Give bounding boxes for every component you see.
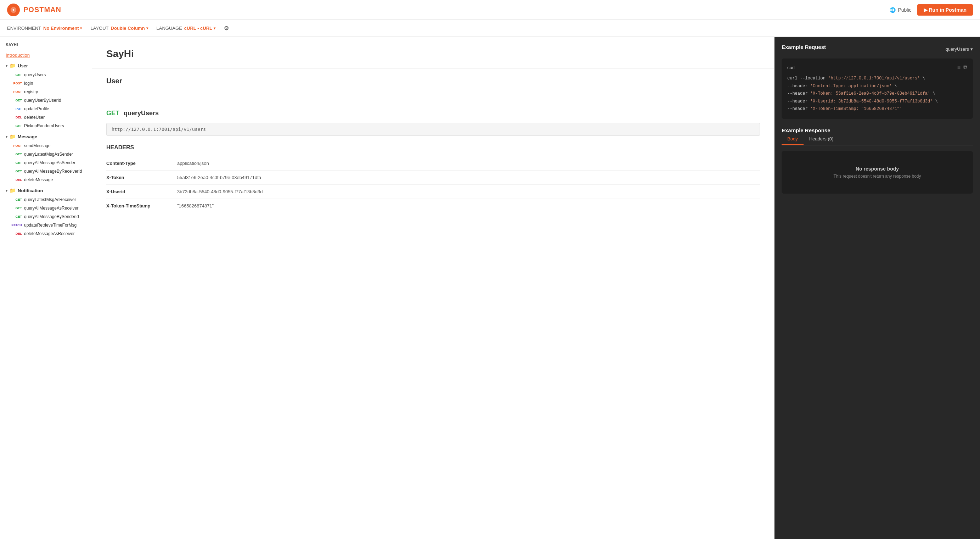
sidebar-item-queryallmessagebysenderid[interactable]: GET queryAllMessageBySenderId	[11, 212, 92, 221]
language-value[interactable]: cURL - cURL ▾	[184, 26, 215, 31]
sidebar-item-queryuserbyuserid[interactable]: GET queryUserByUserId	[11, 96, 92, 105]
layout-selector[interactable]: LAYOUT Double Column ▾	[90, 26, 148, 31]
sidebar-section-message-label: Message	[18, 134, 37, 139]
sidebar-section-notification: ▾ 📁 Notification GET queryLatestMsgAsRec…	[0, 185, 92, 238]
chevron-down-icon: ▾	[80, 26, 82, 30]
method-badge-get: GET	[11, 73, 22, 77]
table-row: X-Token 55af31e6-2ea0-4c0f-b79e-03eb4917…	[106, 171, 760, 185]
response-body: No response body This request doesn't re…	[781, 151, 973, 194]
sidebar-section-message: ▾ 📁 Message POST sendMessage GET queryLa…	[0, 132, 92, 184]
method-badge-get: GET	[11, 124, 22, 128]
no-response-subtitle: This request doesn't return any response…	[833, 174, 921, 179]
tab-body[interactable]: Body	[781, 133, 803, 145]
public-label: Public	[898, 7, 911, 13]
headers-table: Content-Type application/json X-Token 55…	[106, 156, 760, 213]
sidebar-item-introduction[interactable]: Introduction	[0, 51, 92, 61]
sidebar-section-user-header[interactable]: ▾ 📁 User	[0, 61, 92, 70]
method-badge-get: GET	[11, 169, 22, 173]
globe-icon: 🌐	[890, 7, 896, 13]
sidebar-item-deletemessage[interactable]: DEL deleteMessage	[11, 175, 92, 184]
method-badge-post: POST	[11, 81, 22, 85]
endpoint-method: GET	[106, 110, 119, 117]
code-block-header: curl ≡ ⧉	[787, 64, 967, 70]
sidebar-item-label: queryAllMessageBySenderId	[24, 214, 79, 219]
language-label: LANGUAGE	[157, 26, 182, 31]
method-badge-get: GET	[11, 161, 22, 164]
table-row: X-Userid 3b72db8a-5540-48d0-9055-f77af13…	[106, 185, 760, 199]
code-actions: ≡ ⧉	[957, 64, 967, 70]
run-in-postman-button[interactable]: ▶ Run in Postman	[917, 4, 973, 16]
content-area: SayHi User GET queryUsers http://127.0.0…	[92, 37, 775, 539]
method-badge-del: DEL	[11, 178, 22, 182]
environment-selector[interactable]: ENVIRONMENT No Environment ▾	[7, 26, 82, 31]
user-section-title: User	[106, 77, 760, 85]
content-header: SayHi	[92, 37, 774, 69]
header-value: application/json	[177, 156, 760, 171]
sidebar-item-label: deleteMessageAsReceiver	[24, 231, 75, 236]
sidebar-item-pickuprandomusers[interactable]: GET PickupRandomUsers	[11, 122, 92, 130]
sidebar-section-message-header[interactable]: ▾ 📁 Message	[0, 132, 92, 142]
sidebar-item-login[interactable]: POST login	[11, 79, 92, 88]
example-response-title: Example Response	[781, 127, 830, 133]
header-key: Content-Type	[106, 156, 177, 171]
language-selector[interactable]: LANGUAGE cURL - cURL ▾	[157, 26, 215, 31]
sidebar-item-queryallmessageassender[interactable]: GET queryAllMessageAsSender	[11, 158, 92, 167]
header-value: 3b72db8a-5540-48d0-9055-f77af13b8d3d	[177, 185, 760, 199]
sidebar-item-querylatestmsgasreceiver[interactable]: GET queryLatestMsgAsReceiver	[11, 195, 92, 204]
method-badge-get: GET	[11, 198, 22, 201]
public-indicator: 🌐 Public	[890, 7, 911, 13]
header-key: X-Token-TimeStamp	[106, 199, 177, 213]
method-badge-patch: PATCH	[11, 223, 22, 227]
header-value: "1665826874871"	[177, 199, 760, 213]
toolbar: ENVIRONMENT No Environment ▾ LAYOUT Doub…	[0, 20, 980, 37]
sidebar-message-items: POST sendMessage GET queryLatestMsgAsSen…	[0, 142, 92, 184]
sidebar-item-label: queryLatestMsgAsSender	[24, 152, 73, 157]
table-row: X-Token-TimeStamp "1665826874871"	[106, 199, 760, 213]
code-language-label: curl	[787, 65, 795, 70]
sidebar-item-updateretrievetimeformsg[interactable]: PATCH updateRetrieveTimeForMsg	[11, 221, 92, 230]
curl-code-content: curl --location 'http://127.0.0.1:7001/a…	[787, 75, 967, 113]
sidebar-item-deleteuser[interactable]: DEL deleteUser	[11, 113, 92, 122]
sidebar-item-registry[interactable]: POST registry	[11, 88, 92, 96]
chevron-down-icon: ▾	[6, 189, 8, 193]
sidebar-item-deletemessageasreceiver[interactable]: DEL deleteMessageAsReceiver	[11, 230, 92, 238]
example-selector[interactable]: queryUsers ▾	[946, 46, 973, 52]
sidebar-item-querylatestmsgassender[interactable]: GET queryLatestMsgAsSender	[11, 150, 92, 158]
environment-label: ENVIRONMENT	[7, 26, 41, 31]
layout-value[interactable]: Double Column ▾	[111, 26, 148, 31]
method-badge-get: GET	[11, 206, 22, 210]
chevron-down-icon: ▾	[970, 46, 973, 52]
environment-value[interactable]: No Environment ▾	[43, 26, 82, 31]
tab-headers[interactable]: Headers (0)	[803, 133, 839, 145]
method-badge-del: DEL	[11, 232, 22, 236]
sidebar-item-label: PickupRandomUsers	[24, 123, 64, 128]
sidebar-section-user: ▾ 📁 User GET queryUsers POST login POST …	[0, 61, 92, 130]
user-section: User	[92, 69, 774, 101]
wrap-code-button[interactable]: ≡	[957, 64, 961, 70]
sidebar-item-queryallmessageasreceiver[interactable]: GET queryAllMessageAsReceiver	[11, 204, 92, 212]
method-badge-get: GET	[11, 153, 22, 156]
sidebar-title: SAYHI	[0, 43, 92, 51]
sidebar-item-label: deleteUser	[24, 115, 45, 120]
header-key: X-Token	[106, 171, 177, 185]
sidebar-item-label: queryAllMessageAsSender	[24, 160, 75, 165]
sidebar-item-queryallmessagebyreceiverid[interactable]: GET queryAllMessageByReceiverId	[11, 167, 92, 175]
example-request-title: Example Request	[781, 44, 826, 50]
endpoint-url: http://127.0.0.1:7001/api/v1/users	[106, 123, 760, 136]
copy-code-button[interactable]: ⧉	[963, 64, 967, 70]
sidebar-item-updateprofile[interactable]: PUT updateProfile	[11, 105, 92, 113]
sidebar-item-sendmessage[interactable]: POST sendMessage	[11, 142, 92, 150]
page-title: SayHi	[106, 48, 760, 60]
sidebar-notification-items: GET queryLatestMsgAsReceiver GET queryAl…	[0, 195, 92, 238]
sidebar-item-label: queryUsers	[24, 72, 46, 77]
sidebar-user-items: GET queryUsers POST login POST registry …	[0, 70, 92, 130]
header-value: 55af31e6-2ea0-4c0f-b79e-03eb49171dfa	[177, 171, 760, 185]
header-left: POSTMAN	[7, 3, 61, 16]
layout-label: LAYOUT	[90, 26, 108, 31]
settings-icon[interactable]: ⚙	[224, 25, 229, 32]
folder-icon: 📁	[10, 63, 16, 69]
sidebar-section-notification-header[interactable]: ▾ 📁 Notification	[0, 185, 92, 195]
sidebar-item-queryusers[interactable]: GET queryUsers	[11, 70, 92, 79]
chevron-down-icon: ▾	[6, 135, 8, 139]
method-badge-put: PUT	[11, 107, 22, 111]
